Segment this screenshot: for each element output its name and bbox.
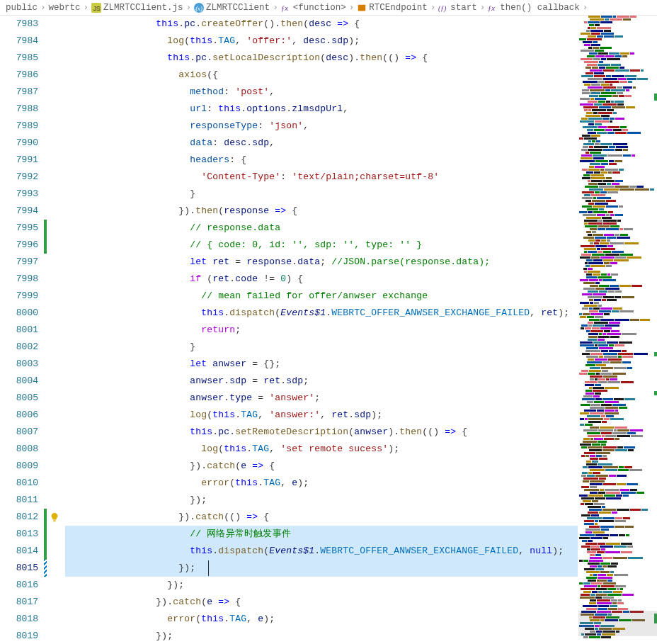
breadcrumb-item[interactable]: webrtc bbox=[49, 3, 81, 13]
code-line[interactable]: this.pc.setRemoteDescription(anwser).the… bbox=[65, 424, 578, 441]
breadcrumb-item[interactable]: ƒx<function> bbox=[281, 3, 346, 13]
code-line[interactable]: axios({ bbox=[65, 67, 578, 84]
breadcrumb-item[interactable]: (x)ZLMRTCClient bbox=[194, 3, 270, 13]
line-number[interactable]: 8015 bbox=[0, 560, 38, 577]
line-number[interactable]: 7998 bbox=[0, 271, 38, 288]
code-line[interactable]: }).catch(() => { bbox=[65, 509, 578, 526]
line-number[interactable]: 7986 bbox=[0, 67, 38, 84]
line-number[interactable]: 8005 bbox=[0, 390, 38, 407]
line-number[interactable]: 7988 bbox=[0, 101, 38, 118]
line-number[interactable]: 8011 bbox=[0, 492, 38, 509]
code-line[interactable]: log(this.TAG, 'set remote sucess'); bbox=[65, 441, 578, 458]
line-number[interactable]: 8004 bbox=[0, 373, 38, 390]
breadcrumb[interactable]: public›webrtc›JSZLMRTCClient.js›(x)ZLMRT… bbox=[0, 0, 657, 16]
code-line[interactable]: this.dispatch(Events$1.WEBRTC_OFFER_ANWS… bbox=[65, 543, 578, 560]
line-number[interactable]: 8017 bbox=[0, 594, 38, 611]
code-line[interactable]: }); bbox=[65, 492, 578, 509]
code-line[interactable]: // 网络异常时触发事件 bbox=[65, 526, 578, 543]
line-number[interactable]: 7999 bbox=[0, 288, 38, 305]
token-punc: ; bbox=[235, 324, 241, 335]
code-line[interactable]: data: desc.sdp, bbox=[65, 135, 578, 152]
line-number[interactable]: 7987 bbox=[0, 84, 38, 101]
minimap-line bbox=[578, 61, 657, 63]
line-number[interactable]: 7995 bbox=[0, 220, 38, 237]
line-number[interactable]: 7993 bbox=[0, 186, 38, 203]
code-line[interactable]: this.pc.setLocalDescription(desc).then((… bbox=[65, 50, 578, 67]
code-line[interactable]: if (ret.code != 0) { bbox=[65, 271, 578, 288]
line-number[interactable]: 7994 bbox=[0, 203, 38, 220]
breadcrumb-item[interactable]: JSZLMRTCClient.js bbox=[91, 3, 183, 13]
line-number[interactable]: 7992 bbox=[0, 169, 38, 186]
line-number[interactable]: 8000 bbox=[0, 305, 38, 322]
code-line[interactable]: this.pc.createOffer().then(desc => { bbox=[65, 16, 578, 33]
code-line[interactable]: log(this.TAG, 'answer:', ret.sdp); bbox=[65, 407, 578, 424]
minimap-viewport[interactable] bbox=[578, 611, 657, 636]
code-line[interactable]: error(this.TAG, e); bbox=[65, 475, 578, 492]
line-number[interactable]: 7991 bbox=[0, 152, 38, 169]
line-number[interactable]: 8002 bbox=[0, 339, 38, 356]
code-line[interactable]: let ret = response.data; //JSON.parse(re… bbox=[65, 254, 578, 271]
lightbulb-icon[interactable] bbox=[50, 512, 59, 522]
code-line[interactable]: error(this.TAG, e); bbox=[65, 611, 578, 628]
code-line[interactable]: }); bbox=[65, 560, 578, 577]
code-line[interactable]: }); bbox=[65, 577, 578, 594]
code-line[interactable]: }); bbox=[65, 628, 578, 644]
line-number[interactable]: 7990 bbox=[0, 135, 38, 152]
code-line[interactable]: anwser.type = 'answer'; bbox=[65, 390, 578, 407]
breadcrumb-item[interactable]: public bbox=[6, 3, 38, 13]
code-line[interactable]: method: 'post', bbox=[65, 84, 578, 101]
line-number[interactable]: 8001 bbox=[0, 322, 38, 339]
line-number[interactable]: 8007 bbox=[0, 424, 38, 441]
code-line[interactable]: } bbox=[65, 186, 578, 203]
glyph-cell[interactable] bbox=[47, 509, 62, 526]
line-number[interactable]: 8012 bbox=[0, 509, 38, 526]
token-punc: . bbox=[212, 426, 218, 437]
glyph-margin[interactable] bbox=[47, 16, 62, 644]
code-line[interactable]: // response.data bbox=[65, 220, 578, 237]
line-number[interactable]: 7985 bbox=[0, 50, 38, 67]
code-line[interactable]: this.dispatch(Events$1.WEBRTC_OFFER_ANWS… bbox=[65, 305, 578, 322]
line-number[interactable]: 7983 bbox=[0, 16, 38, 33]
code-line[interactable]: responseType: 'json', bbox=[65, 118, 578, 135]
code-line[interactable]: return; bbox=[65, 322, 578, 339]
breadcrumb-item[interactable]: RTCEndpoint bbox=[357, 3, 428, 13]
code-line[interactable]: }).then(response => { bbox=[65, 203, 578, 220]
token-kw: => bbox=[275, 205, 286, 216]
code-area[interactable]: this.pc.createOffer().then(desc => { log… bbox=[62, 16, 578, 644]
code-line[interactable]: let anwser = {}; bbox=[65, 356, 578, 373]
line-number[interactable]: 8016 bbox=[0, 577, 38, 594]
code-line[interactable]: headers: { bbox=[65, 152, 578, 169]
token-punc: : bbox=[207, 103, 218, 114]
code-line[interactable]: // mean failed for offer/anwser exchange bbox=[65, 288, 578, 305]
minimap-line bbox=[578, 489, 657, 491]
breadcrumb-label: start bbox=[450, 3, 477, 13]
line-number-gutter[interactable]: 7983798479857986798779887989799079917992… bbox=[0, 16, 44, 644]
breadcrumb-item[interactable]: (ƒ)start bbox=[438, 3, 477, 13]
code-line[interactable]: // { code: 0, id: '', sdp: '', type: '' … bbox=[65, 237, 578, 254]
line-number[interactable]: 7996 bbox=[0, 237, 38, 254]
code-line[interactable]: anwser.sdp = ret.sdp; bbox=[65, 373, 578, 390]
line-number[interactable]: 8013 bbox=[0, 526, 38, 543]
breadcrumb-item[interactable]: ƒxthen() callback bbox=[488, 3, 580, 13]
code-line[interactable]: log(this.TAG, 'offer:', desc.sdp); bbox=[65, 33, 578, 50]
line-number[interactable]: 8009 bbox=[0, 458, 38, 475]
line-number[interactable]: 7984 bbox=[0, 33, 38, 50]
code-line[interactable]: }).catch(e => { bbox=[65, 594, 578, 611]
line-number[interactable]: 8003 bbox=[0, 356, 38, 373]
line-number[interactable]: 8019 bbox=[0, 628, 38, 644]
line-number[interactable]: 8018 bbox=[0, 611, 38, 628]
minimap-line bbox=[578, 115, 657, 117]
minimap[interactable] bbox=[578, 16, 657, 644]
line-number[interactable]: 8008 bbox=[0, 441, 38, 458]
code-line[interactable]: } bbox=[65, 339, 578, 356]
code-line[interactable]: 'Content-Type': 'text/plain;charset=utf-… bbox=[65, 169, 578, 186]
line-number[interactable]: 7989 bbox=[0, 118, 38, 135]
token-punc: }). bbox=[178, 205, 195, 216]
code-line[interactable]: url: this.options.zlmsdpUrl, bbox=[65, 101, 578, 118]
line-number[interactable]: 7997 bbox=[0, 254, 38, 271]
line-number[interactable]: 8010 bbox=[0, 475, 38, 492]
code-line[interactable]: }).catch(e => { bbox=[65, 458, 578, 475]
line-number[interactable]: 8006 bbox=[0, 407, 38, 424]
minimap-line bbox=[578, 245, 657, 247]
line-number[interactable]: 8014 bbox=[0, 543, 38, 560]
